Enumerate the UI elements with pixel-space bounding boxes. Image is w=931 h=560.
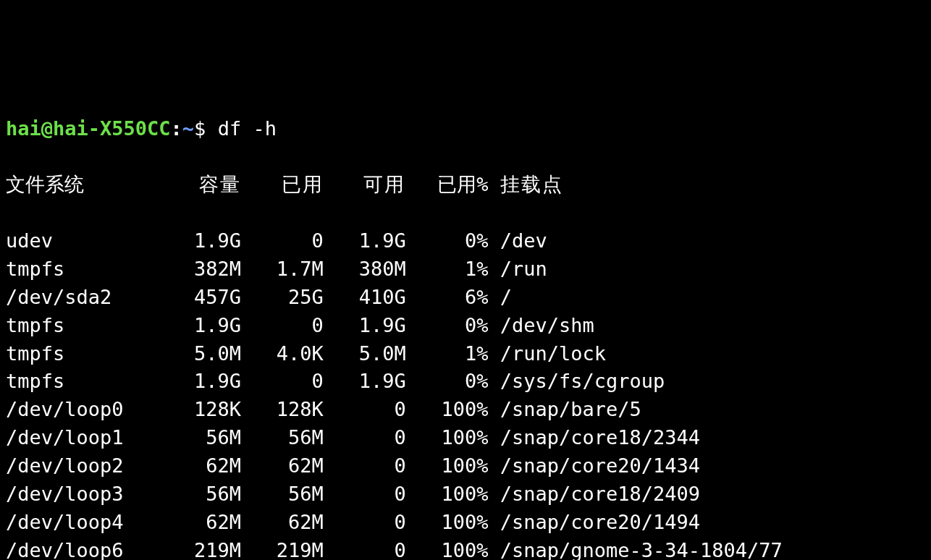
df-row: /dev/loop356M56M0100%/snap/core18/2409 xyxy=(6,480,925,509)
cell-mountpoint: /run xyxy=(488,255,547,284)
prompt-path: ~ xyxy=(182,117,194,140)
df-row: tmpfs382M1.7M380M1%/run xyxy=(6,255,925,284)
cell-filesystem: /dev/loop0 xyxy=(6,396,182,424)
cell-filesystem: tmpfs xyxy=(6,340,182,368)
cell-size: 5.0M xyxy=(182,340,241,368)
cell-used: 62M xyxy=(241,452,324,480)
cell-used: 4.0K xyxy=(241,340,324,368)
cell-mountpoint: /snap/core20/1494 xyxy=(488,509,700,537)
cell-filesystem: /dev/loop6 xyxy=(6,537,182,560)
cell-used: 1.7M xyxy=(241,255,324,284)
cell-used: 56M xyxy=(241,480,324,509)
cell-avail: 0 xyxy=(324,396,406,424)
cell-avail: 5.0M xyxy=(324,340,406,368)
cell-mountpoint: /dev/shm xyxy=(488,312,594,340)
cell-usepct: 100% xyxy=(406,537,489,560)
cell-mountpoint: /sys/fs/cgroup xyxy=(488,368,665,396)
header-size: 容量 xyxy=(182,171,241,199)
cell-usepct: 100% xyxy=(406,480,489,509)
cell-used: 25G xyxy=(241,284,324,312)
cell-size: 1.9G xyxy=(182,312,241,340)
cell-usepct: 100% xyxy=(406,424,489,452)
cell-used: 62M xyxy=(241,509,324,537)
cell-size: 62M xyxy=(182,452,241,480)
df-row: tmpfs1.9G01.9G0%/sys/fs/cgroup xyxy=(6,368,925,396)
prompt-line[interactable]: hai@hai-X550CC:~$ df -h xyxy=(6,115,925,143)
cell-avail: 410G xyxy=(324,284,406,312)
df-output: udev1.9G01.9G0%/devtmpfs382M1.7M380M1%/r… xyxy=(6,227,925,560)
cell-used: 56M xyxy=(241,424,324,452)
header-used: 已用 xyxy=(241,171,324,199)
header-filesystem: 文件系统 xyxy=(6,171,182,199)
cell-size: 1.9G xyxy=(182,227,241,255)
header-avail: 可用 xyxy=(324,171,406,199)
cell-avail: 1.9G xyxy=(324,368,406,396)
cell-mountpoint: /snap/core18/2409 xyxy=(488,480,700,509)
cell-avail: 0 xyxy=(324,537,406,560)
cell-size: 56M xyxy=(182,424,241,452)
cell-usepct: 100% xyxy=(406,396,489,424)
cell-size: 128K xyxy=(182,396,241,424)
df-row: /dev/loop6219M219M0100%/snap/gnome-3-34-… xyxy=(6,537,925,560)
cell-mountpoint: /snap/core18/2344 xyxy=(488,424,700,452)
cell-avail: 0 xyxy=(324,480,406,509)
cell-filesystem: /dev/loop3 xyxy=(6,480,182,509)
header-usepct: 已用% xyxy=(406,171,489,199)
cell-mountpoint: /run/lock xyxy=(488,340,606,368)
cell-usepct: 0% xyxy=(406,312,489,340)
cell-size: 382M xyxy=(182,255,241,284)
cell-used: 0 xyxy=(241,312,324,340)
cell-usepct: 100% xyxy=(406,509,489,537)
cell-size: 62M xyxy=(182,509,241,537)
df-row: /dev/sda2457G25G410G6%/ xyxy=(6,284,925,312)
df-row: tmpfs5.0M4.0K5.0M1%/run/lock xyxy=(6,340,925,368)
prompt-userhost: hai@hai-X550CC xyxy=(6,117,171,140)
header-mounted: 挂载点 xyxy=(488,171,563,199)
cell-mountpoint: /dev xyxy=(488,227,547,255)
df-header-row: 文件系统容量已用可用已用%挂载点 xyxy=(6,171,925,199)
cell-mountpoint: /snap/core20/1434 xyxy=(488,452,700,480)
cell-filesystem: /dev/loop4 xyxy=(6,509,182,537)
cell-avail: 380M xyxy=(324,255,406,284)
cell-mountpoint: / xyxy=(488,284,512,312)
cell-used: 128K xyxy=(241,396,324,424)
cell-mountpoint: /snap/bare/5 xyxy=(488,396,641,424)
df-row: /dev/loop0128K128K0100%/snap/bare/5 xyxy=(6,396,925,424)
cell-usepct: 0% xyxy=(406,227,489,255)
cell-usepct: 100% xyxy=(406,452,489,480)
cell-filesystem: /dev/loop2 xyxy=(6,452,182,480)
cell-mountpoint: /snap/gnome-3-34-1804/77 xyxy=(488,537,782,560)
prompt-dollar: $ xyxy=(194,117,218,140)
cell-used: 0 xyxy=(241,368,324,396)
cell-filesystem: /dev/loop1 xyxy=(6,424,182,452)
cell-usepct: 6% xyxy=(406,284,489,312)
df-row: tmpfs1.9G01.9G0%/dev/shm xyxy=(6,312,925,340)
df-row: /dev/loop462M62M0100%/snap/core20/1494 xyxy=(6,509,925,537)
cell-used: 0 xyxy=(241,227,324,255)
cell-usepct: 1% xyxy=(406,340,489,368)
df-row: udev1.9G01.9G0%/dev xyxy=(6,227,925,255)
cell-avail: 0 xyxy=(324,452,406,480)
prompt-colon: : xyxy=(171,117,182,140)
cell-size: 56M xyxy=(182,480,241,509)
cell-filesystem: udev xyxy=(6,227,182,255)
cell-avail: 1.9G xyxy=(324,227,406,255)
cell-usepct: 1% xyxy=(406,255,489,284)
cell-filesystem: tmpfs xyxy=(6,312,182,340)
df-row: /dev/loop262M62M0100%/snap/core20/1434 xyxy=(6,452,925,480)
cell-avail: 0 xyxy=(324,424,406,452)
cell-filesystem: tmpfs xyxy=(6,255,182,284)
cell-size: 1.9G xyxy=(182,368,241,396)
cell-usepct: 0% xyxy=(406,368,489,396)
cell-used: 219M xyxy=(241,537,324,560)
command-text: df -h xyxy=(218,117,277,140)
df-row: /dev/loop156M56M0100%/snap/core18/2344 xyxy=(6,424,925,452)
cell-filesystem: /dev/sda2 xyxy=(6,284,182,312)
cell-avail: 1.9G xyxy=(324,312,406,340)
cell-size: 457G xyxy=(182,284,241,312)
cell-avail: 0 xyxy=(324,509,406,537)
cell-size: 219M xyxy=(182,537,241,560)
cell-filesystem: tmpfs xyxy=(6,368,182,396)
